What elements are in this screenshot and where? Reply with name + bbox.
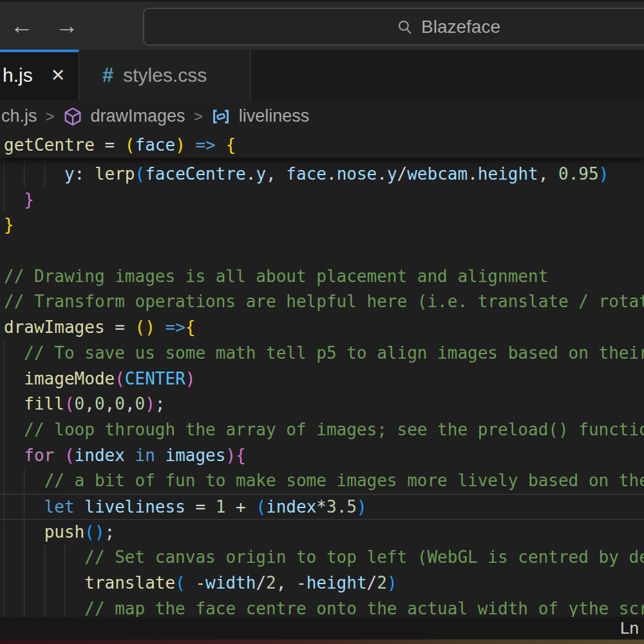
editor-pane[interactable]: getCentre = (face) => { y: lerp(faceCent… <box>0 132 644 617</box>
code-line[interactable]: imageMode(CENTER) <box>0 366 644 392</box>
code-token <box>4 446 24 465</box>
code-token <box>155 446 166 465</box>
indent-guide <box>64 571 65 596</box>
code-token: ) <box>387 573 397 592</box>
code-token: ) <box>145 317 155 337</box>
chevron-right-icon: > <box>194 108 203 126</box>
breadcrumb-variable[interactable]: liveliness <box>239 106 310 126</box>
tab-bar: h.js ✕ # styles.css <box>0 50 644 100</box>
code-token: , <box>125 394 135 413</box>
code-token: // loop through the array of images; see… <box>24 420 644 439</box>
code-token <box>155 317 166 337</box>
code-line[interactable]: // Set canvas origin to top left (WebGL … <box>0 545 644 571</box>
code-token: // Transform operations are helpful here… <box>4 292 644 311</box>
code-token: liveliness <box>84 497 185 516</box>
code-token <box>4 190 24 209</box>
status-bar: Ln <box>0 617 644 639</box>
code-token: // map the face centre onto the actual w… <box>84 599 644 617</box>
indent-guide <box>4 495 5 519</box>
code-token: CENTER <box>125 369 185 388</box>
indent-guide <box>64 596 65 617</box>
code-line[interactable]: // Drawing images is all about placement… <box>0 264 644 290</box>
code-token: 0 <box>75 394 85 413</box>
code-line[interactable]: } <box>0 213 644 238</box>
code-token: . <box>468 164 478 184</box>
code-token: lerp <box>95 164 135 184</box>
code-line[interactable]: // To save us some math tell p5 to align… <box>0 341 644 366</box>
indent-guide <box>4 443 5 469</box>
code-token: . <box>327 164 337 184</box>
code-token: translate <box>84 573 175 592</box>
code-token: + <box>225 497 256 516</box>
code-line[interactable]: // map the face centre onto the actual w… <box>0 596 644 617</box>
code-line-current[interactable]: let liveliness = 1 + (index*3.5) <box>0 494 644 520</box>
cube-method-icon <box>63 107 82 126</box>
breadcrumb-file[interactable]: ch.js <box>1 106 37 126</box>
code-token: y <box>64 164 75 184</box>
code-line[interactable]: push(); <box>0 520 644 545</box>
code-token: ) <box>175 135 185 155</box>
code-token: // Drawing images is all about placement… <box>4 267 548 286</box>
code-line[interactable]: translate( -width/2, -height/2) <box>0 571 644 596</box>
code-token: ( <box>256 497 266 516</box>
indent-guide <box>4 162 5 187</box>
code-token: , <box>84 394 95 413</box>
code-token: ) <box>225 446 236 465</box>
indent-guide <box>24 495 24 519</box>
tab-label: styles.css <box>123 64 207 86</box>
tab-sketch-js[interactable]: h.js ✕ <box>0 50 79 100</box>
forward-arrow-icon[interactable]: → <box>55 14 79 37</box>
code-token: // Set canvas origin to top left (WebGL … <box>84 547 644 567</box>
code-token: face <box>286 164 327 184</box>
command-center-search[interactable]: Blazeface <box>143 8 644 46</box>
indent-guide <box>24 571 24 596</box>
code-token: y <box>387 164 397 184</box>
code-token: ( <box>135 317 146 337</box>
code-token: fill <box>24 394 64 413</box>
back-arrow-icon[interactable]: ← <box>10 14 33 37</box>
code-line[interactable]: // a bit of fun to make some images more… <box>0 468 644 494</box>
cursor-position-indicator[interactable]: Ln <box>620 618 639 638</box>
close-icon[interactable]: ✕ <box>51 65 66 86</box>
code-token: * <box>316 497 327 516</box>
indent-guide <box>4 366 5 392</box>
indent-guide <box>24 520 24 545</box>
code-token: 1 <box>216 497 226 516</box>
code-token: ( <box>64 446 75 465</box>
chevron-right-icon: > <box>46 108 55 126</box>
code-token: : <box>75 164 95 184</box>
code-line[interactable]: drawImages = () =>{ <box>0 315 644 341</box>
code-token: webcam <box>407 164 468 184</box>
code-token: faceCentre <box>145 164 246 184</box>
code-token: height <box>478 164 538 184</box>
code-line[interactable]: // loop through the array of images; see… <box>0 417 644 443</box>
code-token <box>4 343 24 363</box>
indent-guide <box>44 545 45 571</box>
code-line[interactable]: for (index in images){ <box>0 443 644 469</box>
code-token: . <box>377 164 387 184</box>
code-token: 0 <box>115 394 125 413</box>
breadcrumb-function[interactable]: drawImages <box>91 106 185 126</box>
code-token: ( <box>84 522 95 542</box>
code-token: 0 <box>135 394 146 413</box>
code-token: in <box>135 446 155 465</box>
code-token <box>4 369 24 388</box>
code-line[interactable]: fill(0,0,0,0); <box>0 392 644 417</box>
code-line[interactable] <box>0 238 644 264</box>
code-token: ; <box>105 522 115 542</box>
indent-guide <box>24 468 24 494</box>
indent-guide <box>4 571 5 596</box>
tab-styles-css[interactable]: # styles.css <box>79 50 251 100</box>
code-token: ( <box>175 573 185 592</box>
code-token: } <box>4 215 14 234</box>
code-line[interactable]: } <box>0 187 644 213</box>
code-line[interactable]: y: lerp(faceCentre.y, face.nose.y/webcam… <box>0 162 644 187</box>
indent-guide <box>4 187 5 213</box>
code-token: } <box>24 190 34 209</box>
code-token: = <box>105 317 135 337</box>
code-token: , - <box>276 573 307 592</box>
code-token: / <box>367 573 377 592</box>
code-line[interactable]: // Transform operations are helpful here… <box>0 289 644 315</box>
code-token: width <box>205 573 256 592</box>
sticky-scroll-line[interactable]: getCentre = (face) => { <box>0 132 644 158</box>
